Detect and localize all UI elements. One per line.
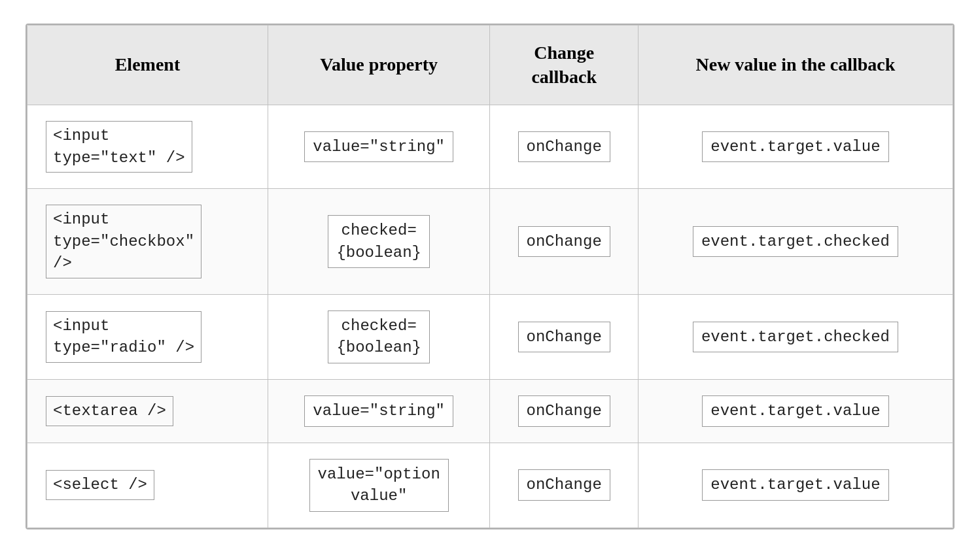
cell-new-value: event.target.value (638, 443, 953, 528)
cell-new-value: event.target.checked (638, 189, 953, 295)
cell-callback: onChange (490, 105, 638, 188)
cell-element: <textarea /> (27, 380, 268, 443)
page-wrapper: Element Value property Change callback N… (0, 0, 980, 553)
new-value-code: event.target.value (702, 131, 888, 163)
cell-callback: onChange (490, 294, 638, 379)
cell-callback: onChange (490, 189, 638, 295)
value-property-code: checked= {boolean} (328, 215, 430, 268)
table-row: <input type="checkbox" />checked= {boole… (27, 189, 953, 295)
element-label: <input type="text" /> (46, 121, 192, 173)
callback-code: onChange (518, 131, 610, 163)
cell-value-property: value="string" (268, 380, 490, 443)
header-value-property: Value property (268, 25, 490, 105)
cell-element: <input type="text" /> (27, 105, 268, 188)
cell-value-property: value="option value" (268, 443, 490, 528)
new-value-code: event.target.checked (693, 322, 898, 353)
value-property-code: value="string" (304, 395, 453, 427)
cell-callback: onChange (490, 380, 638, 443)
cell-value-property: checked= {boolean} (268, 189, 490, 295)
cell-element: <select /> (27, 443, 268, 528)
table-row: <input type="text" />value="string"onCha… (27, 105, 953, 188)
cell-new-value: event.target.value (638, 105, 953, 188)
cell-element: <input type="radio" /> (27, 294, 268, 379)
header-element: Element (27, 25, 268, 105)
new-value-code: event.target.value (702, 395, 888, 427)
cell-new-value: event.target.checked (638, 294, 953, 379)
element-label: <input type="radio" /> (46, 311, 201, 363)
table-row: <textarea />value="string"onChangeevent.… (27, 380, 953, 443)
header-new-value: New value in the callback (638, 25, 953, 105)
callback-code: onChange (518, 226, 610, 258)
value-property-code: value="string" (304, 131, 453, 163)
cell-value-property: value="string" (268, 105, 490, 188)
element-label: <input type="checkbox" /> (46, 205, 201, 278)
new-value-code: event.target.checked (693, 226, 898, 258)
callback-code: onChange (518, 469, 610, 501)
header-change-callback: Change callback (490, 25, 638, 105)
table-row: <select />value="option value"onChangeev… (27, 443, 953, 528)
element-label: <select /> (46, 470, 154, 500)
new-value-code: event.target.value (702, 469, 888, 501)
table-header-row: Element Value property Change callback N… (27, 25, 953, 105)
callback-code: onChange (518, 322, 610, 353)
element-label: <textarea /> (46, 396, 173, 426)
value-property-code: value="option value" (309, 459, 449, 512)
cell-value-property: checked= {boolean} (268, 294, 490, 379)
main-table: Element Value property Change callback N… (27, 25, 953, 528)
cell-new-value: event.target.value (638, 380, 953, 443)
callback-code: onChange (518, 395, 610, 427)
table-container: Element Value property Change callback N… (26, 24, 954, 529)
value-property-code: checked= {boolean} (328, 310, 430, 363)
table-row: <input type="radio" />checked= {boolean}… (27, 294, 953, 379)
cell-element: <input type="checkbox" /> (27, 189, 268, 295)
cell-callback: onChange (490, 443, 638, 528)
